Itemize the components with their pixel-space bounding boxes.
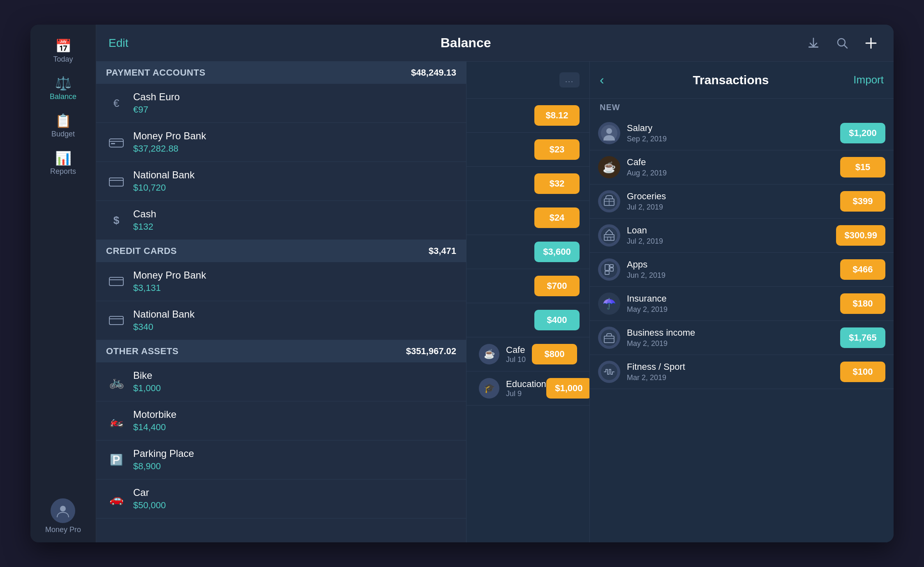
insurance-date: May 2, 2019	[627, 305, 840, 314]
right-trans-education[interactable]: 🎓 Education Jul 9 $1,000	[467, 371, 589, 406]
add-button[interactable]	[861, 33, 881, 53]
apps-date: Jun 2, 2019	[627, 271, 840, 280]
motorbike-icon: 🏍️	[106, 410, 127, 431]
insurance-amount[interactable]: $180	[840, 293, 885, 314]
download-button[interactable]	[803, 33, 824, 53]
fitness-name: Fitness / Sport	[627, 362, 840, 372]
cash-name: Cash	[133, 208, 456, 220]
transaction-apps[interactable]: Apps Jun 2, 2019 $466	[590, 253, 894, 287]
national-bank-info: National Bank $10,720	[133, 169, 456, 193]
cafe-name-bottom: Cafe	[506, 345, 532, 355]
account-bike[interactable]: 🚲 Bike $1,000	[96, 362, 466, 401]
amount-btn-5[interactable]: $3,600	[534, 242, 580, 262]
fitness-amount[interactable]: $100	[840, 362, 885, 382]
groceries-date: Jul 2, 2019	[627, 203, 840, 212]
sidebar-item-reports[interactable]: 📊 Reports	[30, 145, 96, 182]
transaction-salary[interactable]: Salary Sep 2, 2019 $1,200	[590, 116, 894, 150]
loan-amount[interactable]: $300.99	[836, 225, 885, 246]
search-button[interactable]	[832, 33, 852, 53]
svg-point-0	[60, 506, 66, 512]
account-cash[interactable]: $ Cash $132	[96, 201, 466, 240]
cafe-icon-bottom: ☕	[479, 344, 499, 364]
account-cash-euro[interactable]: € Cash Euro €97	[96, 84, 466, 123]
insurance-avatar: ☂️	[598, 293, 620, 315]
money-pro-bank-name: Money Pro Bank	[133, 130, 456, 142]
more-options-button[interactable]: ...	[559, 72, 580, 88]
transaction-fitness[interactable]: Fitness / Sport Mar 2, 2019 $100	[590, 355, 894, 389]
edit-button[interactable]: Edit	[109, 37, 128, 50]
account-money-pro-bank[interactable]: Money Pro Bank $37,282.88	[96, 123, 466, 162]
import-button[interactable]: Import	[853, 74, 884, 86]
insurance-info: Insurance May 2, 2019	[627, 293, 840, 314]
education-icon-bottom: 🎓	[479, 378, 499, 399]
reports-icon: 📊	[55, 152, 72, 165]
education-date-bottom: Jul 9	[506, 390, 546, 398]
sidebar-label-today: Today	[53, 55, 73, 64]
amount-btn-6[interactable]: $700	[534, 276, 580, 296]
cash-euro-balance: €97	[133, 104, 456, 115]
transaction-groceries[interactable]: Groceries Jul 2, 2019 $399	[590, 184, 894, 219]
cafe-name: Cafe	[627, 157, 840, 168]
cafe-amount[interactable]: $15	[840, 157, 885, 177]
amounts-column: ... $8.12 $23 $32 $24	[466, 62, 589, 542]
business-income-amount[interactable]: $1,765	[840, 327, 885, 348]
amount-btn-1[interactable]: $8.12	[534, 105, 580, 126]
apps-name: Apps	[627, 259, 840, 270]
account-money-pro-cc[interactable]: Money Pro Bank $3,131	[96, 262, 466, 301]
parking-icon: 🅿️	[106, 449, 127, 470]
account-parking[interactable]: 🅿️ Parking Place $8,900	[96, 440, 466, 479]
bike-icon: 🚲	[106, 371, 127, 392]
money-pro-cc-balance: $3,131	[133, 283, 456, 293]
groceries-avatar	[598, 190, 620, 212]
account-car[interactable]: 🚗 Car $50,000	[96, 479, 466, 519]
accounts-panel: PAYMENT ACCOUNTS $48,249.13 € Cash Euro …	[96, 62, 466, 542]
cafe-info: Cafe Aug 2, 2019	[627, 157, 840, 177]
amount-btn-4[interactable]: $24	[534, 207, 580, 228]
account-national-bank-cc[interactable]: National Bank $340	[96, 301, 466, 340]
money-pro-bank-info: Money Pro Bank $37,282.88	[133, 130, 456, 154]
cafe-avatar: ☕	[598, 156, 620, 178]
loan-avatar	[598, 224, 620, 247]
national-bank-cc-icon	[106, 310, 127, 331]
transaction-insurance[interactable]: ☂️ Insurance May 2, 2019 $180	[590, 287, 894, 321]
cafe-amount-bottom[interactable]: $800	[532, 344, 577, 364]
back-button[interactable]: ‹	[600, 72, 604, 88]
svg-rect-7	[109, 316, 123, 325]
amount-btn-3[interactable]: $32	[534, 173, 580, 194]
cash-euro-info: Cash Euro €97	[133, 91, 456, 115]
car-name: Car	[133, 487, 456, 498]
sidebar-item-budget[interactable]: 📋 Budget	[30, 108, 96, 145]
other-assets-header: OTHER ASSETS $351,967.02	[96, 340, 466, 362]
app-container: 📅 Today ⚖️ Balance 📋 Budget 📊 Reports Mo…	[30, 25, 894, 542]
groceries-amount[interactable]: $399	[840, 191, 885, 212]
svg-rect-1	[808, 46, 818, 48]
credit-cards-header: CREDIT CARDS $3,471	[96, 240, 466, 262]
fitness-date: Mar 2, 2019	[627, 373, 840, 382]
motorbike-info: Motorbike $14,400	[133, 409, 456, 433]
right-trans-cafe[interactable]: ☕ Cafe Jul 10 $800	[467, 337, 589, 371]
education-info-bottom: Education Jul 9	[506, 379, 546, 398]
other-assets-total: $351,967.02	[406, 346, 456, 357]
new-label: NEW	[590, 99, 894, 116]
transaction-business-income[interactable]: Business income May 2, 2019 $1,765	[590, 321, 894, 355]
groceries-info: Groceries Jul 2, 2019	[627, 191, 840, 212]
sidebar-item-today[interactable]: 📅 Today	[30, 33, 96, 70]
credit-cards-title: CREDIT CARDS	[106, 246, 177, 256]
salary-amount[interactable]: $1,200	[840, 123, 885, 143]
sidebar-item-balance[interactable]: ⚖️ Balance	[30, 70, 96, 108]
amount-btn-7[interactable]: $400	[534, 310, 580, 330]
education-amount-bottom[interactable]: $1,000	[546, 378, 589, 399]
amount-btn-2[interactable]: $23	[534, 139, 580, 160]
account-national-bank[interactable]: National Bank $10,720	[96, 162, 466, 201]
car-info: Car $50,000	[133, 487, 456, 511]
account-motorbike[interactable]: 🏍️ Motorbike $14,400	[96, 401, 466, 440]
groceries-name: Groceries	[627, 191, 840, 202]
sidebar-user[interactable]: Money Pro	[45, 498, 81, 542]
national-bank-cc-info: National Bank $340	[133, 309, 456, 332]
parking-balance: $8,900	[133, 461, 456, 472]
transaction-cafe[interactable]: ☕ Cafe Aug 2, 2019 $15	[590, 150, 894, 184]
apps-amount[interactable]: $466	[840, 259, 885, 280]
svg-rect-6	[109, 277, 123, 286]
transaction-loan[interactable]: Loan Jul 2, 2019 $300.99	[590, 219, 894, 253]
cash-euro-icon: €	[106, 93, 127, 113]
